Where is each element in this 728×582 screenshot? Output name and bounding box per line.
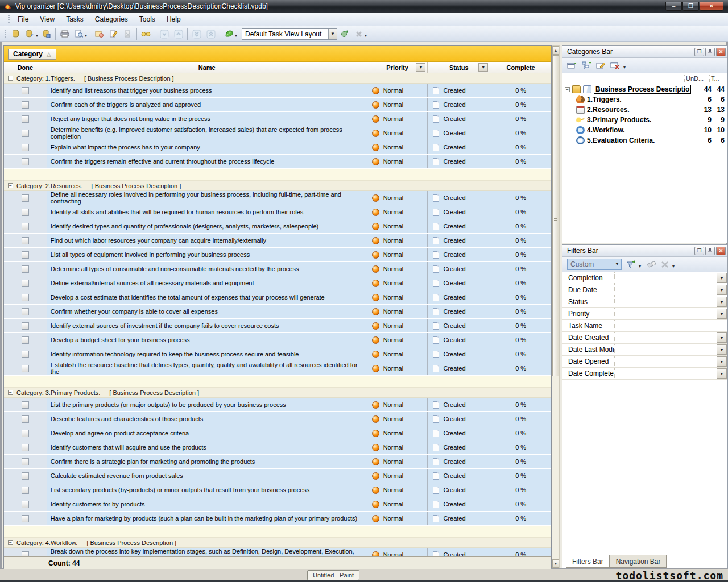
task-row[interactable]: Determine benefits (e.g. improved custom… <box>4 126 551 140</box>
filter-label[interactable]: Task Name <box>562 320 615 331</box>
task-name-cell[interactable]: Develop a budget sheet for your business… <box>47 333 367 347</box>
status-cell[interactable]: Created <box>427 319 490 332</box>
layout-toolbar-dropdown-icon[interactable]: ▾ <box>365 33 367 38</box>
print-icon[interactable] <box>57 27 72 40</box>
task-row[interactable]: Find out which labor resources your comp… <box>4 234 551 247</box>
task-name-cell[interactable]: Have a plan for marketing by-products (s… <box>47 512 367 525</box>
filters-bar-restore-icon[interactable]: ❐ <box>694 247 704 255</box>
done-checkbox[interactable] <box>22 115 29 123</box>
menu-item[interactable]: Tools <box>134 14 161 25</box>
layout-combo-dropdown-icon[interactable]: ▼ <box>328 29 337 39</box>
categories-bar-restore-icon[interactable]: ❐ <box>694 48 704 56</box>
move-up-icon[interactable] <box>171 27 185 40</box>
filter-label[interactable]: Date Created <box>562 332 615 343</box>
task-view-layout-combo[interactable]: Default Task View Layout ▼ <box>242 28 337 40</box>
done-checkbox[interactable] <box>22 515 29 522</box>
tree-category-row[interactable]: 2.Resources. 13 13 <box>562 105 727 115</box>
complete-cell[interactable]: 0 % <box>490 483 551 497</box>
status-cell[interactable]: Created <box>427 191 490 205</box>
priority-cell[interactable]: Normal <box>367 440 428 454</box>
task-name-cell[interactable]: Explain what impact the process has to y… <box>47 140 367 154</box>
tree-category-label[interactable]: 5.Evaluation Criteria. <box>587 136 691 144</box>
tree-category-row[interactable]: 4.Workflow. 10 10 <box>562 125 727 135</box>
task-name-cell[interactable]: Identify information technology required… <box>47 347 367 361</box>
task-name-cell[interactable]: Establish the resource baseline that def… <box>47 361 367 375</box>
status-cell[interactable]: Created <box>427 262 490 276</box>
priority-cell[interactable]: Normal <box>367 483 428 497</box>
collapse-icon[interactable]: − <box>8 76 13 81</box>
task-row[interactable]: Identify external sources of investment … <box>4 319 551 332</box>
done-checkbox[interactable] <box>22 365 29 372</box>
complete-cell[interactable]: 0 % <box>490 497 551 511</box>
filter-label[interactable]: Date Opened <box>562 356 615 367</box>
complete-cell[interactable]: 0 % <box>490 84 551 97</box>
filter-dropdown-icon[interactable]: ▼ <box>717 273 727 283</box>
categories-toolbar-dropdown-icon[interactable]: ▾ <box>623 65 626 70</box>
priority-cell[interactable]: Normal <box>367 426 428 440</box>
collapse-icon[interactable]: − <box>8 390 13 395</box>
task-name-cell[interactable]: Define all necessary roles involved in p… <box>47 191 367 205</box>
menu-item[interactable]: Tasks <box>60 14 89 25</box>
category-header-row[interactable]: − Category: 1.Triggers. [ Business Proce… <box>4 73 551 84</box>
open-database-icon[interactable] <box>23 27 37 40</box>
priority-cell[interactable]: Normal <box>367 126 428 140</box>
column-name[interactable]: Name <box>47 62 367 73</box>
complete-cell[interactable]: 0 % <box>490 140 551 154</box>
tree-category-label[interactable]: 2.Resources. <box>587 106 691 114</box>
delete-task-icon[interactable] <box>121 27 135 40</box>
save-filter-dropdown-icon[interactable]: ▾ <box>639 264 641 269</box>
task-row[interactable]: Determine all types of consumable and no… <box>4 262 551 276</box>
done-checkbox[interactable] <box>22 130 29 137</box>
priority-cell[interactable]: Normal <box>367 455 428 468</box>
priority-cell[interactable]: Normal <box>367 548 428 556</box>
done-checkbox[interactable] <box>22 101 29 109</box>
menu-item[interactable]: View <box>34 14 60 25</box>
task-row[interactable]: Identify all skills and abilities that w… <box>4 205 551 219</box>
filter-dropdown-icon[interactable]: ▼ <box>717 332 727 343</box>
status-cell[interactable]: Created <box>427 548 490 556</box>
filter-value-field[interactable] <box>615 368 717 379</box>
status-cell[interactable]: Created <box>427 455 490 468</box>
done-checkbox[interactable] <box>22 401 29 409</box>
filter-value-field[interactable] <box>615 296 717 307</box>
done-checkbox[interactable] <box>22 472 29 480</box>
priority-cell[interactable]: Normal <box>367 276 428 290</box>
done-checkbox[interactable] <box>22 336 29 344</box>
priority-cell[interactable]: Normal <box>367 469 428 483</box>
task-name-cell[interactable]: List secondary products (by-products) or… <box>47 483 367 497</box>
task-row[interactable]: Calculate estimated revenue from product… <box>4 469 551 483</box>
minimize-button[interactable]: – <box>665 2 682 11</box>
filter-dropdown-icon[interactable]: ▼ <box>717 344 727 355</box>
save-database-icon[interactable] <box>39 27 53 40</box>
menu-item[interactable]: Categories <box>89 14 134 25</box>
done-checkbox[interactable] <box>22 223 29 230</box>
task-name-cell[interactable]: Confirm the triggers remain effective an… <box>47 155 367 168</box>
filter-label[interactable]: Due Date <box>562 284 615 296</box>
column-complete[interactable]: Complete <box>490 62 551 73</box>
task-name-cell[interactable]: Reject any trigger that does not bring v… <box>47 112 367 126</box>
task-name-cell[interactable]: List the primary products (or major outp… <box>47 398 367 411</box>
scroll-down-icon[interactable]: ▼ <box>552 559 559 568</box>
done-checkbox[interactable] <box>22 158 29 165</box>
delete-layout-icon[interactable] <box>351 27 366 40</box>
filter-label[interactable]: Date Completed <box>562 368 615 379</box>
task-name-cell[interactable]: Identify all skills and abilities that w… <box>47 205 367 219</box>
tree-category-row[interactable]: 5.Evaluation Criteria. 6 6 <box>562 135 727 146</box>
status-cell[interactable]: Created <box>427 440 490 454</box>
complete-cell[interactable]: 0 % <box>490 305 551 318</box>
status-cell[interactable]: Created <box>427 469 490 483</box>
status-cell[interactable]: Created <box>427 234 490 247</box>
task-row[interactable]: Establish the resource baseline that def… <box>4 361 551 375</box>
filter-label[interactable]: Status <box>562 296 615 307</box>
column-priority[interactable]: Priority ▼ <box>367 62 428 73</box>
filter-combo-dropdown-icon[interactable]: ▼ <box>613 259 621 269</box>
done-checkbox[interactable] <box>22 87 29 94</box>
priority-cell[interactable]: Normal <box>367 234 428 247</box>
restore-button[interactable]: ❐ <box>682 2 699 11</box>
priority-cell[interactable]: Normal <box>367 140 428 154</box>
task-name-cell[interactable]: Identify customers that will acquire and… <box>47 440 367 454</box>
done-checkbox[interactable] <box>22 415 29 423</box>
complete-cell[interactable]: 0 % <box>490 276 551 290</box>
new-subcategory-icon[interactable] <box>582 61 592 70</box>
menu-grip[interactable] <box>8 15 10 24</box>
